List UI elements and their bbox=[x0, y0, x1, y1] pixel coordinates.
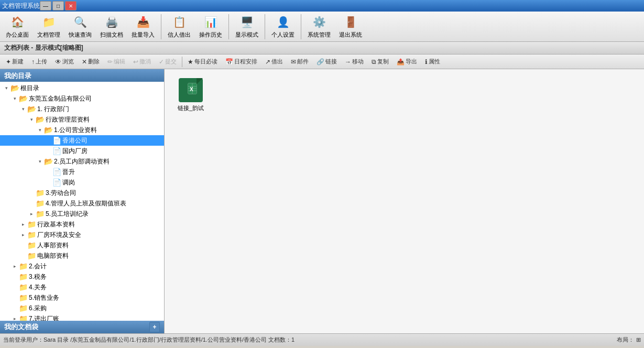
attr-icon: ℹ bbox=[425, 58, 428, 66]
maximize-button[interactable]: □ bbox=[52, 1, 64, 10]
upload-label: 上传 bbox=[36, 58, 47, 66]
tree-item-sales[interactable]: 📁 5.销售业务 bbox=[0, 292, 164, 303]
tree-item-admin[interactable]: ▾ 📂 1. 行政部门 bbox=[0, 104, 164, 114]
export-button[interactable]: 📤 导出 bbox=[393, 56, 421, 68]
tree-toggle-admindoc[interactable]: ▾ bbox=[27, 115, 36, 124]
upload-button[interactable]: ↑ 上传 bbox=[28, 56, 51, 68]
email-button[interactable]: ✉ 邮件 bbox=[287, 56, 312, 68]
tree-toggle-hr bbox=[19, 241, 27, 249]
revoke-button[interactable]: ↩ 撤消 bbox=[129, 56, 155, 68]
daily-button[interactable]: ★ 每日必读 bbox=[184, 56, 221, 68]
minimize-button[interactable]: — bbox=[40, 1, 51, 10]
tree-toggle-factoryenv[interactable]: ▸ bbox=[19, 231, 27, 239]
file-item-1[interactable]: X 链接_韵试 bbox=[170, 74, 212, 116]
tree-item-warehouse[interactable]: ▸ 📁 7.进出厂账 bbox=[0, 313, 164, 321]
delete-label: 删除 bbox=[88, 58, 100, 66]
tree-item-hk[interactable]: 📄 香港公司 bbox=[0, 135, 164, 146]
tree-item-training[interactable]: ▸ 📁 5.员工培训纪录 bbox=[0, 209, 164, 219]
tree-toggle-training[interactable]: ▸ bbox=[27, 210, 36, 218]
toolbar-btn-personal[interactable]: 👤 个人设置 bbox=[268, 13, 298, 40]
toolbar-btn-desktop[interactable]: 🏠 办公桌面 bbox=[2, 13, 32, 40]
toolbar-btn-sysmgr[interactable]: ⚙️ 系统管理 bbox=[304, 13, 334, 40]
file-icon-hk: 📄 bbox=[52, 136, 61, 145]
schedule-button[interactable]: 📅 日程安排 bbox=[222, 56, 261, 68]
lend-button[interactable]: ↗ 借出 bbox=[261, 56, 287, 68]
tree-toggle-adminbasic[interactable]: ▸ bbox=[19, 220, 27, 229]
tree-item-stafftransfer[interactable]: ▾ 📂 2.员工内部调动资料 bbox=[0, 156, 164, 167]
tree-item-promotion[interactable]: 📄 晋升 bbox=[0, 167, 164, 177]
attr-button[interactable]: ℹ 属性 bbox=[421, 56, 444, 68]
toolbar-btn-import[interactable]: 📥 批量导入 bbox=[128, 13, 158, 40]
delete-button[interactable]: ✕ 删除 bbox=[78, 56, 103, 68]
browse-button[interactable]: 👁 浏览 bbox=[51, 56, 78, 68]
email-icon: ✉ bbox=[291, 58, 296, 66]
tree-item-customs[interactable]: 📁 4.关务 bbox=[0, 282, 164, 292]
status-text: 当前登录用户：Sara 目录 /东莞五金制品有限公司/1.行政部门/行政管理层资… bbox=[3, 336, 294, 344]
tree-toggle-warehouse[interactable]: ▸ bbox=[10, 314, 19, 321]
layout-icon[interactable]: ⊞ bbox=[636, 336, 641, 343]
tree-item-adminbasic[interactable]: ▸ 📁 行政基本资料 bbox=[0, 219, 164, 230]
content-area[interactable]: X 链接_韵试 bbox=[165, 69, 644, 333]
tree-toggle-promotion bbox=[44, 168, 52, 176]
history-label: 操作历史 bbox=[199, 31, 222, 39]
tree-toggle-stafftransfer[interactable]: ▾ bbox=[36, 157, 44, 166]
link-button[interactable]: 🔗 链接 bbox=[313, 56, 341, 68]
sysmgr-label: 系统管理 bbox=[308, 31, 331, 39]
tree-item-tax[interactable]: 📁 3.税务 bbox=[0, 271, 164, 282]
tree-item-hr[interactable]: 📁 人事部资料 bbox=[0, 240, 164, 251]
daily-icon: ★ bbox=[188, 58, 193, 66]
tree-item-accounting[interactable]: ▸ 📁 2.会计 bbox=[0, 261, 164, 271]
tree-item-labor[interactable]: 📁 3.劳动合同 bbox=[0, 188, 164, 198]
folder-icon-admin: 📂 bbox=[27, 105, 36, 113]
personal-label: 个人设置 bbox=[271, 31, 294, 39]
edit-button[interactable]: ✏ 编辑 bbox=[104, 56, 129, 68]
tree-label-adminbasic: 行政基本资料 bbox=[37, 220, 75, 229]
tree-label-admin: 1. 行政部门 bbox=[37, 105, 69, 114]
toolbar-btn-docmgr[interactable]: 📁 文档管理 bbox=[34, 13, 64, 40]
toolbar-btn-history[interactable]: 📊 操作历史 bbox=[195, 13, 226, 40]
tree-toggle-tax bbox=[10, 273, 19, 281]
tree-item-purchase[interactable]: 📁 6.采购 bbox=[0, 303, 164, 313]
toolbar-btn-inout[interactable]: 📋 信人借出 bbox=[164, 13, 194, 40]
toolbar-btn-search[interactable]: 🔍 快速查询 bbox=[65, 13, 95, 40]
tree-toggle-company[interactable]: ▾ bbox=[10, 94, 19, 103]
link-icon: 🔗 bbox=[316, 58, 324, 66]
new-button[interactable]: ✦ 新建 bbox=[2, 56, 27, 68]
doc-title-bar: 文档列表 - 显示模式[缩略图] bbox=[0, 42, 644, 55]
tree-toggle-accounting[interactable]: ▸ bbox=[10, 262, 19, 270]
tree-item-factoryenv[interactable]: ▸ 📁 厂房环境及安全 bbox=[0, 230, 164, 240]
folder-icon-root: 📂 bbox=[10, 84, 19, 92]
tree-item-companyinfo[interactable]: ▾ 📂 1.公司营业资料 bbox=[0, 125, 164, 135]
tree-label-mgrschedule: 4.管理人员上班及假期值班表 bbox=[46, 199, 126, 208]
tree-label-company: 东莞五金制品有限公司 bbox=[29, 94, 92, 103]
tree-toggle-customs bbox=[10, 283, 19, 291]
tree-item-company[interactable]: ▾ 📂 东莞五金制品有限公司 bbox=[0, 93, 164, 104]
tree-item-factory[interactable]: 📄 国内厂房 bbox=[0, 146, 164, 156]
tree-item-transfer[interactable]: 📄 调岗 bbox=[0, 177, 164, 188]
submit-button[interactable]: ✓ 提交 bbox=[155, 56, 180, 68]
tree-toggle-companyinfo[interactable]: ▾ bbox=[36, 126, 44, 134]
toolbar-btn-display[interactable]: 🖥️ 显示模式 bbox=[232, 13, 262, 40]
folder-icon-stafftransfer: 📂 bbox=[44, 157, 53, 166]
file-icon-factory: 📄 bbox=[52, 147, 61, 155]
tree-toggle-purchase bbox=[10, 304, 19, 312]
close-button[interactable]: ✕ bbox=[65, 1, 77, 10]
sidebar-footer-add-icon[interactable]: + bbox=[149, 322, 160, 332]
folder-icon-it: 📁 bbox=[27, 252, 36, 260]
tree-toggle-root[interactable]: ▾ bbox=[2, 84, 10, 92]
tree-area[interactable]: ▾ 📂 根目录 ▾ 📂 东莞五金制品有限公司 ▾ 📂 1. 行政部门 bbox=[0, 82, 164, 321]
tree-item-admindoc[interactable]: ▾ 📂 行政管理层资料 bbox=[0, 114, 164, 125]
move-button[interactable]: → 移动 bbox=[341, 56, 367, 68]
copy-button[interactable]: ⧉ 复制 bbox=[368, 56, 392, 68]
toolbar-btn-exit[interactable]: 🚪 退出系统 bbox=[335, 13, 366, 40]
tree-toggle-admin[interactable]: ▾ bbox=[19, 105, 27, 113]
edit-label: 编辑 bbox=[114, 58, 125, 66]
tree-item-root[interactable]: ▾ 📂 根目录 bbox=[0, 83, 164, 93]
toolbar-btn-scan[interactable]: 🖨️ 扫描文档 bbox=[96, 13, 127, 40]
tree-label-labor: 3.劳动合同 bbox=[46, 189, 76, 198]
desktop-label: 办公桌面 bbox=[6, 31, 29, 39]
tree-item-mgrschedule[interactable]: 📁 4.管理人员上班及假期值班表 bbox=[0, 198, 164, 209]
schedule-label: 日程安排 bbox=[234, 58, 257, 66]
folder-icon-tax: 📁 bbox=[19, 273, 28, 281]
tree-item-it[interactable]: 📁 电脑部资料 bbox=[0, 251, 164, 261]
